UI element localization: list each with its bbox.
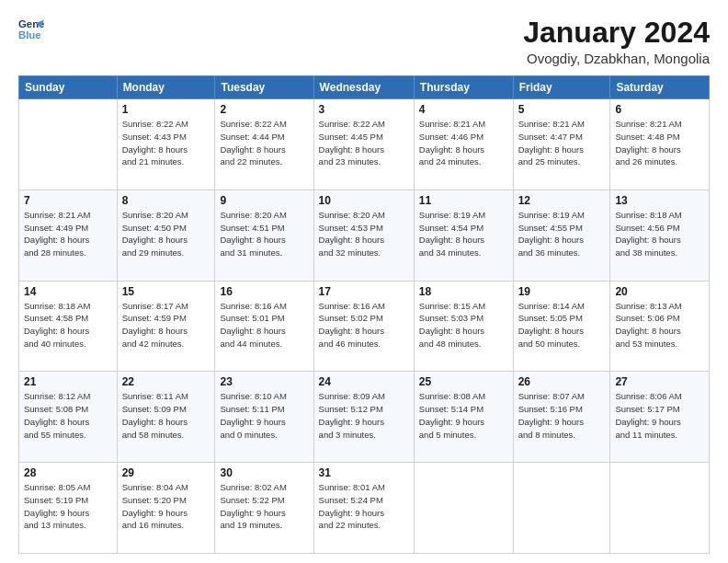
day-info: Sunrise: 8:21 AM Sunset: 4:46 PM Dayligh… — [419, 118, 508, 168]
calendar-cell — [19, 99, 118, 190]
day-number: 19 — [518, 285, 606, 298]
calendar-cell: 30Sunrise: 8:02 AM Sunset: 5:22 PM Dayli… — [215, 463, 313, 554]
calendar-cell: 1Sunrise: 8:22 AM Sunset: 4:43 PM Daylig… — [117, 99, 215, 190]
day-info: Sunrise: 8:18 AM Sunset: 4:56 PM Dayligh… — [615, 209, 704, 259]
calendar-cell: 8Sunrise: 8:20 AM Sunset: 4:50 PM Daylig… — [117, 190, 215, 281]
calendar-cell: 19Sunrise: 8:14 AM Sunset: 5:05 PM Dayli… — [513, 281, 610, 372]
title-area: January 2024 Ovogdiy, Dzabkhan, Mongolia — [523, 17, 710, 66]
day-number: 9 — [220, 194, 308, 207]
day-info: Sunrise: 8:21 AM Sunset: 4:48 PM Dayligh… — [615, 118, 704, 168]
calendar-cell: 28Sunrise: 8:05 AM Sunset: 5:19 PM Dayli… — [19, 463, 118, 554]
day-number: 14 — [24, 285, 112, 298]
calendar-cell: 16Sunrise: 8:16 AM Sunset: 5:01 PM Dayli… — [215, 281, 313, 372]
calendar-cell: 25Sunrise: 8:08 AM Sunset: 5:14 PM Dayli… — [414, 372, 513, 463]
day-number: 16 — [220, 285, 308, 298]
calendar-cell — [513, 463, 610, 554]
day-info: Sunrise: 8:05 AM Sunset: 5:19 PM Dayligh… — [24, 481, 112, 532]
day-info: Sunrise: 8:12 AM Sunset: 5:08 PM Dayligh… — [24, 390, 112, 441]
day-info: Sunrise: 8:21 AM Sunset: 4:47 PM Dayligh… — [518, 118, 606, 168]
day-info: Sunrise: 8:01 AM Sunset: 5:24 PM Dayligh… — [319, 481, 409, 532]
day-number: 15 — [122, 285, 210, 298]
calendar-cell: 14Sunrise: 8:18 AM Sunset: 4:58 PM Dayli… — [19, 281, 118, 372]
day-info: Sunrise: 8:20 AM Sunset: 4:51 PM Dayligh… — [220, 209, 308, 259]
day-info: Sunrise: 8:14 AM Sunset: 5:05 PM Dayligh… — [518, 300, 606, 350]
day-info: Sunrise: 8:22 AM Sunset: 4:44 PM Dayligh… — [220, 118, 308, 168]
logo-icon: General Blue — [18, 17, 44, 42]
calendar-cell: 2Sunrise: 8:22 AM Sunset: 4:44 PM Daylig… — [215, 99, 313, 190]
calendar-cell — [610, 463, 710, 554]
day-info: Sunrise: 8:22 AM Sunset: 4:43 PM Dayligh… — [122, 118, 210, 168]
day-info: Sunrise: 8:08 AM Sunset: 5:14 PM Dayligh… — [419, 390, 508, 441]
calendar-cell: 26Sunrise: 8:07 AM Sunset: 5:16 PM Dayli… — [513, 372, 610, 463]
day-number: 26 — [518, 375, 606, 388]
calendar-cell: 15Sunrise: 8:17 AM Sunset: 4:59 PM Dayli… — [117, 281, 215, 372]
day-number: 25 — [419, 375, 508, 388]
calendar-week-row: 28Sunrise: 8:05 AM Sunset: 5:19 PM Dayli… — [19, 463, 710, 554]
calendar-cell: 6Sunrise: 8:21 AM Sunset: 4:48 PM Daylig… — [610, 99, 710, 190]
calendar-cell: 20Sunrise: 8:13 AM Sunset: 5:06 PM Dayli… — [610, 281, 710, 372]
day-info: Sunrise: 8:10 AM Sunset: 5:11 PM Dayligh… — [220, 390, 308, 441]
day-number: 5 — [518, 103, 606, 116]
calendar-cell: 24Sunrise: 8:09 AM Sunset: 5:12 PM Dayli… — [313, 372, 414, 463]
day-number: 6 — [615, 103, 704, 116]
day-number: 7 — [24, 194, 112, 207]
weekday-header: Thursday — [414, 76, 513, 99]
calendar-cell: 9Sunrise: 8:20 AM Sunset: 4:51 PM Daylig… — [215, 190, 313, 281]
day-number: 28 — [24, 466, 112, 479]
day-number: 24 — [319, 375, 409, 388]
day-info: Sunrise: 8:07 AM Sunset: 5:16 PM Dayligh… — [518, 390, 606, 441]
day-info: Sunrise: 8:19 AM Sunset: 4:55 PM Dayligh… — [518, 209, 606, 259]
day-number: 8 — [122, 194, 210, 207]
day-number: 13 — [615, 194, 704, 207]
day-number: 11 — [419, 194, 508, 207]
month-title: January 2024 — [523, 17, 710, 49]
day-info: Sunrise: 8:15 AM Sunset: 5:03 PM Dayligh… — [419, 300, 508, 350]
day-info: Sunrise: 8:19 AM Sunset: 4:54 PM Dayligh… — [419, 209, 508, 259]
page: General Blue January 2024 Ovogdiy, Dzabk… — [0, 0, 728, 563]
calendar-cell: 5Sunrise: 8:21 AM Sunset: 4:47 PM Daylig… — [513, 99, 610, 190]
day-info: Sunrise: 8:02 AM Sunset: 5:22 PM Dayligh… — [220, 481, 308, 532]
logo: General Blue — [18, 17, 44, 42]
calendar-week-row: 21Sunrise: 8:12 AM Sunset: 5:08 PM Dayli… — [19, 372, 710, 463]
calendar-table: SundayMondayTuesdayWednesdayThursdayFrid… — [18, 75, 710, 554]
calendar-cell: 12Sunrise: 8:19 AM Sunset: 4:55 PM Dayli… — [513, 190, 610, 281]
day-number: 18 — [419, 285, 508, 298]
day-number: 31 — [319, 466, 409, 479]
weekday-header: Saturday — [610, 76, 710, 99]
day-number: 22 — [122, 375, 210, 388]
calendar-cell: 31Sunrise: 8:01 AM Sunset: 5:24 PM Dayli… — [313, 463, 414, 554]
day-info: Sunrise: 8:18 AM Sunset: 4:58 PM Dayligh… — [24, 300, 112, 350]
weekday-header: Sunday — [19, 76, 118, 99]
day-info: Sunrise: 8:16 AM Sunset: 5:02 PM Dayligh… — [319, 300, 409, 350]
calendar-cell: 11Sunrise: 8:19 AM Sunset: 4:54 PM Dayli… — [414, 190, 513, 281]
calendar-cell: 13Sunrise: 8:18 AM Sunset: 4:56 PM Dayli… — [610, 190, 710, 281]
day-info: Sunrise: 8:09 AM Sunset: 5:12 PM Dayligh… — [319, 390, 409, 441]
weekday-header: Tuesday — [215, 76, 313, 99]
day-info: Sunrise: 8:20 AM Sunset: 4:53 PM Dayligh… — [319, 209, 409, 259]
day-number: 29 — [122, 466, 210, 479]
calendar-cell: 23Sunrise: 8:10 AM Sunset: 5:11 PM Dayli… — [215, 372, 313, 463]
day-number: 10 — [319, 194, 409, 207]
calendar-cell: 22Sunrise: 8:11 AM Sunset: 5:09 PM Dayli… — [117, 372, 215, 463]
day-info: Sunrise: 8:22 AM Sunset: 4:45 PM Dayligh… — [319, 118, 409, 168]
svg-text:Blue: Blue — [18, 29, 41, 40]
day-number: 4 — [419, 103, 508, 116]
calendar-cell: 17Sunrise: 8:16 AM Sunset: 5:02 PM Dayli… — [313, 281, 414, 372]
day-number: 1 — [122, 103, 210, 116]
calendar-week-row: 1Sunrise: 8:22 AM Sunset: 4:43 PM Daylig… — [19, 99, 710, 190]
weekday-header-row: SundayMondayTuesdayWednesdayThursdayFrid… — [19, 76, 710, 99]
calendar-cell: 3Sunrise: 8:22 AM Sunset: 4:45 PM Daylig… — [313, 99, 414, 190]
location: Ovogdiy, Dzabkhan, Mongolia — [523, 51, 710, 66]
day-number: 3 — [319, 103, 409, 116]
day-number: 2 — [220, 103, 308, 116]
day-info: Sunrise: 8:20 AM Sunset: 4:50 PM Dayligh… — [122, 209, 210, 259]
calendar-cell: 10Sunrise: 8:20 AM Sunset: 4:53 PM Dayli… — [313, 190, 414, 281]
day-number: 20 — [615, 285, 704, 298]
day-info: Sunrise: 8:06 AM Sunset: 5:17 PM Dayligh… — [615, 390, 704, 441]
calendar-cell — [414, 463, 513, 554]
calendar-cell: 27Sunrise: 8:06 AM Sunset: 5:17 PM Dayli… — [610, 372, 710, 463]
day-number: 12 — [518, 194, 606, 207]
calendar-cell: 21Sunrise: 8:12 AM Sunset: 5:08 PM Dayli… — [19, 372, 118, 463]
calendar-cell: 7Sunrise: 8:21 AM Sunset: 4:49 PM Daylig… — [19, 190, 118, 281]
calendar-week-row: 14Sunrise: 8:18 AM Sunset: 4:58 PM Dayli… — [19, 281, 710, 372]
